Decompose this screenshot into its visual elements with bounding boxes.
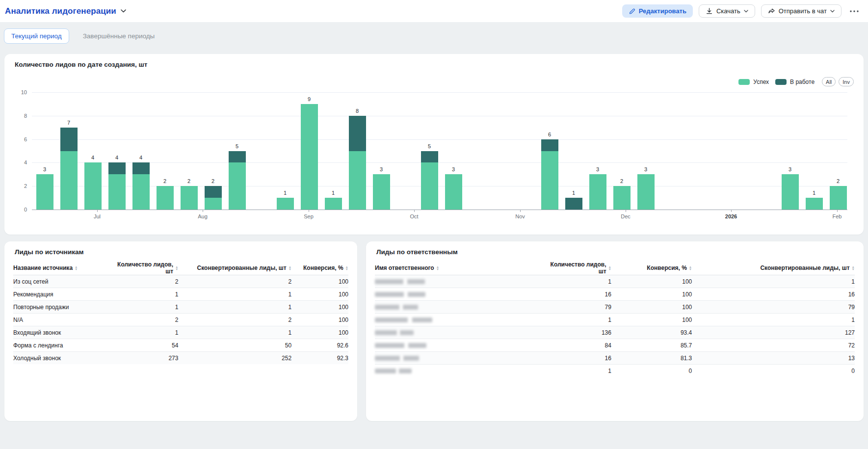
cell-name: Форма с лендинга (13, 339, 117, 352)
bar-week[interactable]: 2 (830, 186, 847, 210)
bar-segment-success (349, 151, 366, 210)
sort-icon: ▲▼ (75, 265, 78, 270)
tab-finished-periods[interactable]: Завершённые периоды (76, 28, 162, 44)
bar-week[interactable]: 7 (60, 128, 78, 210)
bar-week[interactable]: 3 (589, 174, 606, 210)
x-axis-tick (309, 210, 309, 212)
cell-leads: 2 (117, 275, 179, 288)
cell-name: Из соц сетей (13, 275, 117, 288)
cell-converted: 50 (178, 339, 291, 352)
bar-week[interactable]: 4 (108, 162, 126, 210)
table-row: 1681.313 (375, 352, 855, 365)
bar-value-label: 1 (560, 190, 587, 196)
column-header[interactable]: Имя ответственного▲▼ (375, 261, 542, 275)
bar-week[interactable]: 3 (637, 174, 655, 210)
table-row: 11001 (375, 275, 855, 288)
y-axis-label: 2 (10, 183, 27, 189)
bar-segment-in-progress (541, 139, 558, 151)
bar-segment-success (229, 162, 246, 210)
bar-week[interactable]: 5 (421, 151, 438, 210)
bar-week[interactable]: 3 (782, 174, 799, 210)
column-header[interactable]: Количество лидов, шт▲▼ (117, 261, 179, 275)
bar-week[interactable]: 4 (84, 162, 102, 210)
table-row: Форма с лендинга545092.6 (13, 339, 348, 352)
bar-segment-success (181, 186, 198, 210)
cell-converted: 16 (692, 288, 855, 301)
column-header[interactable]: Количество лидов, шт▲▼ (542, 261, 611, 275)
cell-converted: 13 (692, 352, 855, 365)
bar-week[interactable]: 8 (349, 116, 366, 210)
cell-converted: 1 (692, 275, 855, 288)
cell-leads: 16 (542, 288, 611, 301)
chevron-down-icon (744, 10, 748, 13)
bar-week[interactable]: 2 (181, 186, 198, 210)
bar-value-label: 3 (440, 166, 467, 172)
bar-value-label: 7 (55, 120, 82, 126)
column-header-label: Сконвертированные лиды, шт (760, 264, 849, 271)
y-axis-label: 8 (10, 113, 27, 119)
bar-week[interactable]: 2 (205, 186, 222, 210)
redacted-name (375, 317, 432, 322)
cell-leads: 273 (117, 352, 179, 365)
bar-value-label: 3 (584, 166, 611, 172)
x-axis-label: Jul (94, 213, 101, 219)
responsible-table: Имя ответственного▲▼Количество лидов, шт… (375, 261, 855, 377)
bar-week[interactable]: 3 (373, 174, 390, 210)
cell-leads: 79 (542, 301, 611, 314)
cell-converted: 72 (692, 339, 855, 352)
bar-value-label: 2 (825, 178, 852, 184)
cell-conversion: 100 (291, 314, 348, 326)
bar-week[interactable]: 2 (157, 186, 174, 210)
bar-week[interactable]: 1 (325, 198, 342, 210)
redacted-name (375, 279, 425, 284)
send-to-chat-button[interactable]: Отправить в чат (761, 4, 842, 18)
bar-value-label: 4 (79, 155, 106, 160)
bar-week[interactable]: 1 (277, 198, 294, 210)
edit-button[interactable]: Редактировать (622, 4, 693, 18)
cell-name: Холодный звонок (13, 352, 117, 365)
bar-week[interactable]: 9 (301, 104, 318, 210)
column-header[interactable]: Сконвертированные лиды, шт▲▼ (178, 261, 291, 275)
column-header[interactable]: Название источника▲▼ (13, 261, 117, 275)
cell-leads: 1 (117, 301, 179, 314)
legend-item-in-progress[interactable]: В работе (775, 79, 815, 85)
download-button[interactable]: Скачать (699, 4, 755, 18)
dashboard-title-dropdown[interactable]: Аналитика лидогенерации (5, 6, 126, 16)
bar-segment-success (830, 186, 847, 210)
cell-conversion: 100 (611, 301, 692, 314)
column-header[interactable]: Сконвертированные лиды, шт▲▼ (692, 261, 855, 275)
legend-toggle-all[interactable]: All (822, 77, 836, 86)
bar-week[interactable]: 3 (36, 174, 53, 210)
chart-legend: Успех В работе All Inv (738, 77, 854, 86)
bar-value-label: 3 (777, 166, 804, 172)
bar-value-label: 8 (344, 108, 371, 114)
cell-name (375, 365, 542, 377)
bar-week[interactable]: 5 (229, 151, 246, 210)
leads-by-date-chart-card: Количество лидов по дате создания, шт Ус… (4, 54, 864, 235)
bar-week[interactable]: 4 (132, 162, 150, 210)
column-header[interactable]: Конверсия, %▲▼ (611, 261, 692, 275)
bar-week[interactable]: 1 (565, 198, 582, 210)
bar-value-label: 4 (104, 155, 131, 160)
period-tabs: Текущий период Завершённые периоды (0, 22, 868, 50)
cell-converted: 2 (178, 275, 291, 288)
legend-item-success[interactable]: Успех (738, 79, 769, 85)
legend-toggle-inv[interactable]: Inv (839, 77, 854, 86)
bar-segment-success (613, 186, 631, 210)
cell-name: Повторные продажи (13, 301, 117, 314)
bar-week[interactable]: 1 (806, 198, 823, 210)
column-header-label: Количество лидов, шт (542, 261, 606, 275)
tab-current-period[interactable]: Текущий период (4, 28, 69, 44)
column-header-label: Конверсия, % (303, 264, 343, 271)
bar-week[interactable]: 6 (541, 139, 558, 210)
leads-by-source-card: Лиды по источникам Название источника▲▼К… (4, 241, 357, 421)
cell-leads: 1 (542, 314, 611, 326)
bar-week[interactable]: 3 (445, 174, 462, 210)
cell-converted: 79 (692, 301, 855, 314)
bar-week[interactable]: 2 (613, 186, 631, 210)
bar-segment-success (84, 162, 102, 210)
send-icon (768, 7, 775, 15)
legend-toggles: All Inv (822, 77, 854, 86)
more-options-button[interactable] (847, 9, 861, 14)
column-header[interactable]: Конверсия, %▲▼ (291, 261, 348, 275)
